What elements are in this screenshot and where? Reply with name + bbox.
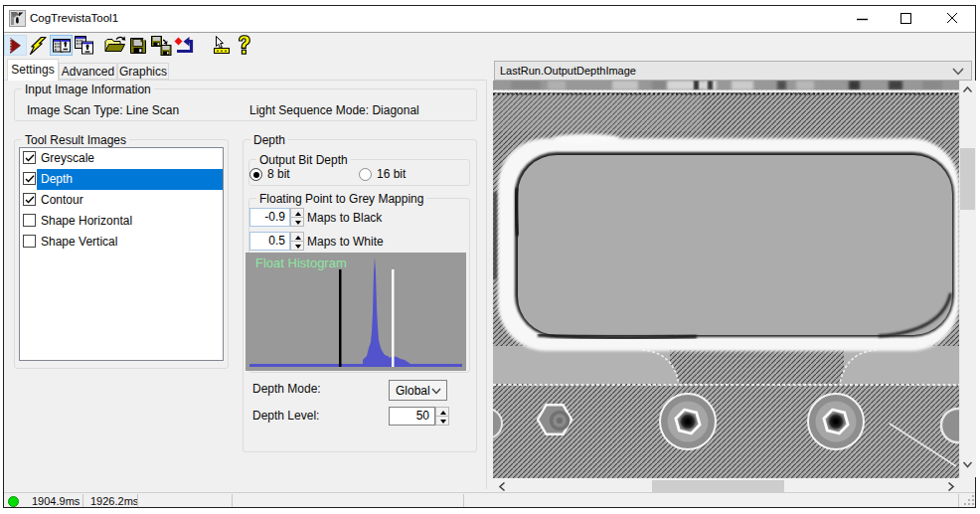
svg-text:Float Histogram: Float Histogram (255, 256, 347, 270)
